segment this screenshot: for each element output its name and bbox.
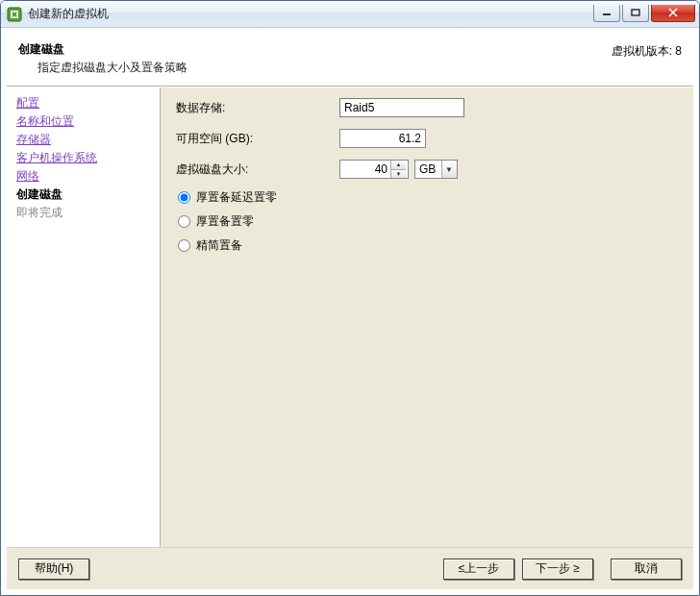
app-icon — [7, 7, 22, 22]
nav-step-network[interactable]: 网络 — [16, 168, 150, 184]
provision-option-thin[interactable]: 精简置备 — [178, 237, 678, 254]
cancel-button-label: 取消 — [635, 561, 658, 575]
help-button[interactable]: 帮助(H) — [18, 559, 89, 580]
provision-radio-thick-eager[interactable] — [178, 215, 190, 228]
vm-version-label: 虚拟机版本: 8 — [612, 41, 682, 76]
back-button-label: ≤上一步 — [459, 561, 500, 575]
wizard-content: 数据存储: Raid5 可用空间 (GB): 61.2 虚拟磁盘大小: ▲ — [161, 87, 693, 547]
datastore-label: 数据存储: — [176, 100, 339, 116]
svg-rect-2 — [603, 13, 611, 15]
next-button-label: 下一步 ≥ — [536, 561, 580, 575]
available-space-label: 可用空间 (GB): — [176, 131, 339, 147]
maximize-button[interactable] — [622, 5, 649, 22]
back-button[interactable]: ≤上一步 — [443, 559, 514, 580]
disk-size-spinner[interactable]: ▲ ▼ — [339, 160, 409, 179]
disk-size-row: 虚拟磁盘大小: ▲ ▼ GB ▼ — [176, 159, 678, 180]
page-subtitle: 指定虚拟磁盘大小及置备策略 — [38, 60, 612, 76]
svg-rect-3 — [632, 10, 639, 15]
provision-label-thick-lazy: 厚置备延迟置零 — [196, 189, 277, 206]
chevron-down-icon[interactable]: ▼ — [441, 161, 457, 178]
disk-size-up-button[interactable]: ▲ — [391, 161, 406, 170]
nav-step-storage[interactable]: 存储器 — [16, 132, 150, 147]
wizard-body: 配置 名称和位置 存储器 客户机操作系统 网络 创建磁盘 即将完成 数据存储: … — [7, 87, 693, 547]
close-button[interactable] — [651, 5, 695, 22]
wizard-header: 创建磁盘 指定虚拟磁盘大小及置备策略 虚拟机版本: 8 — [7, 34, 693, 87]
provision-option-thick-lazy[interactable]: 厚置备延迟置零 — [178, 189, 678, 206]
dialog-body-wrapper: 创建磁盘 指定虚拟磁盘大小及置备策略 虚拟机版本: 8 配置 名称和位置 存储器… — [1, 28, 699, 595]
wizard-footer: 帮助(H) ≤上一步 下一步 ≥ 取消 — [7, 547, 693, 589]
nav-step-config[interactable]: 配置 — [16, 95, 150, 111]
wizard-nav: 配置 名称和位置 存储器 客户机操作系统 网络 创建磁盘 即将完成 — [7, 87, 161, 547]
cancel-button[interactable]: 取消 — [611, 559, 682, 580]
provisioning-radios: 厚置备延迟置零 厚置备置零 精简置备 — [178, 189, 678, 254]
provision-option-thick-eager[interactable]: 厚置备置零 — [178, 213, 678, 230]
wizard: 创建磁盘 指定虚拟磁盘大小及置备策略 虚拟机版本: 8 配置 名称和位置 存储器… — [7, 34, 693, 589]
provision-label-thin: 精简置备 — [196, 237, 242, 254]
minimize-button[interactable] — [593, 5, 620, 22]
nav-step-guest-os[interactable]: 客户机操作系统 — [16, 150, 150, 165]
window-controls — [593, 5, 695, 24]
provision-radio-thin[interactable] — [178, 239, 190, 252]
provision-label-thick-eager: 厚置备置零 — [196, 213, 254, 230]
next-button[interactable]: 下一步 ≥ — [522, 559, 593, 580]
disk-size-unit-value: GB — [415, 162, 441, 176]
help-button-label: 帮助(H) — [35, 561, 74, 575]
page-title: 创建磁盘 — [18, 41, 612, 58]
available-space-value: 61.2 — [339, 129, 426, 148]
datastore-row: 数据存储: Raid5 — [176, 97, 678, 118]
available-space-row: 可用空间 (GB): 61.2 — [176, 128, 678, 149]
provision-radio-thick-lazy[interactable] — [178, 191, 190, 204]
window-title: 创建新的虚拟机 — [28, 6, 593, 22]
nav-step-name-location[interactable]: 名称和位置 — [16, 113, 150, 129]
disk-size-input[interactable] — [340, 162, 390, 176]
titlebar: 创建新的虚拟机 — [1, 1, 699, 28]
nav-step-create-disk: 创建磁盘 — [16, 186, 150, 202]
dialog-window: 创建新的虚拟机 创建磁盘 指定虚拟磁盘大小及置备策略 虚拟机版本: 8 — [0, 0, 700, 596]
disk-size-label: 虚拟磁盘大小: — [176, 161, 339, 178]
disk-size-down-button[interactable]: ▼ — [391, 170, 406, 179]
nav-step-ready: 即将完成 — [16, 205, 150, 220]
datastore-value: Raid5 — [339, 98, 464, 117]
disk-size-unit-select[interactable]: GB ▼ — [414, 160, 458, 179]
